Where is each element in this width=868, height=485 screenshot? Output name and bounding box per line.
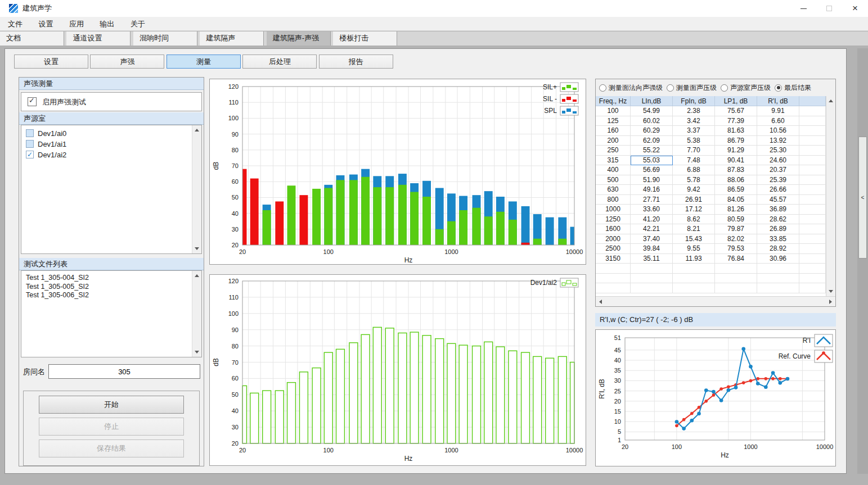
table-cell[interactable]: 8.62 bbox=[673, 215, 715, 225]
radio-intensity-level[interactable]: 测量面法向声强级 bbox=[599, 83, 663, 93]
table-cell[interactable] bbox=[596, 264, 631, 274]
table-cell[interactable] bbox=[799, 215, 826, 225]
col-header-ri[interactable]: R'I, dB bbox=[757, 96, 799, 106]
radio-surface-spl[interactable]: 测量面声压级 bbox=[667, 83, 717, 93]
table-vertical-scrollbar[interactable] bbox=[826, 96, 835, 296]
table-cell[interactable]: 800 bbox=[596, 195, 631, 205]
table-cell[interactable] bbox=[799, 106, 826, 116]
col-header-freq[interactable]: Freq., Hz bbox=[596, 96, 631, 106]
table-cell[interactable]: 500 bbox=[596, 175, 631, 185]
table-cell[interactable]: 37.40 bbox=[631, 234, 673, 244]
table-cell[interactable]: 2500 bbox=[596, 244, 631, 254]
table-cell[interactable]: 24.60 bbox=[757, 156, 799, 166]
menu-application[interactable]: 应用 bbox=[62, 17, 91, 31]
table-cell[interactable]: 80.59 bbox=[715, 215, 757, 225]
table-cell[interactable] bbox=[596, 283, 631, 293]
table-cell[interactable] bbox=[799, 234, 826, 244]
subtab-postprocess[interactable]: 后处理 bbox=[242, 55, 317, 69]
table-cell[interactable] bbox=[799, 264, 826, 274]
scroll-down-icon[interactable] bbox=[195, 247, 199, 250]
table-cell[interactable] bbox=[799, 224, 826, 234]
table-cell[interactable]: 26.89 bbox=[757, 224, 799, 234]
col-header-lin[interactable]: LIn,dB bbox=[631, 96, 673, 106]
channel-checkbox[interactable] bbox=[26, 151, 34, 158]
table-cell[interactable]: 25.30 bbox=[757, 146, 799, 156]
table-cell[interactable] bbox=[673, 283, 715, 293]
table-cell[interactable]: 51.90 bbox=[631, 175, 673, 185]
table-cell[interactable]: 9.91 bbox=[757, 106, 799, 116]
table-cell[interactable]: 9.55 bbox=[673, 244, 715, 254]
table-cell[interactable]: 90.41 bbox=[715, 156, 757, 166]
table-cell[interactable]: 7.70 bbox=[673, 146, 715, 156]
tab-channel-setup[interactable]: 通道设置 bbox=[66, 31, 131, 46]
table-cell[interactable] bbox=[673, 264, 715, 274]
table-cell[interactable]: 1250 bbox=[596, 215, 631, 225]
table-cell[interactable] bbox=[715, 264, 757, 274]
table-cell[interactable]: 25.39 bbox=[757, 175, 799, 185]
table-cell[interactable] bbox=[631, 264, 673, 274]
table-cell[interactable]: 1600 bbox=[596, 224, 631, 234]
col-header-lp1[interactable]: LP1, dB bbox=[715, 96, 757, 106]
table-cell[interactable]: 250 bbox=[596, 146, 631, 156]
table-cell[interactable]: 10.56 bbox=[757, 126, 799, 136]
table-cell[interactable]: 42.21 bbox=[631, 224, 673, 234]
table-cell[interactable]: 55.22 bbox=[631, 146, 673, 156]
table-cell[interactable]: 87.83 bbox=[715, 165, 757, 175]
table-cell[interactable]: 39.84 bbox=[631, 244, 673, 254]
table-cell[interactable]: 125 bbox=[596, 116, 631, 126]
table-cell[interactable]: 26.66 bbox=[757, 185, 799, 195]
close-button[interactable]: × bbox=[842, 0, 868, 17]
table-cell[interactable] bbox=[799, 156, 826, 166]
radio-final-result[interactable]: 最后结果 bbox=[775, 83, 811, 93]
scroll-up-icon[interactable] bbox=[195, 274, 199, 277]
table-cell[interactable]: 75.67 bbox=[715, 106, 757, 116]
file-item[interactable]: Test 1_305-005_SI2 bbox=[21, 283, 201, 292]
table-cell[interactable]: 8.21 bbox=[673, 224, 715, 234]
table-cell[interactable] bbox=[799, 175, 826, 185]
table-cell[interactable]: 3150 bbox=[596, 254, 631, 264]
subtab-measure[interactable]: 测量 bbox=[167, 55, 241, 69]
table-cell[interactable]: 86.79 bbox=[715, 136, 757, 146]
table-cell[interactable] bbox=[673, 274, 715, 284]
table-cell[interactable]: 60.02 bbox=[631, 116, 673, 126]
table-cell[interactable]: 84.05 bbox=[715, 195, 757, 205]
table-cell[interactable] bbox=[596, 274, 631, 284]
table-cell[interactable] bbox=[757, 264, 799, 274]
tab-reverberation-time[interactable]: 混响时间 bbox=[133, 31, 197, 46]
subtab-report[interactable]: 报告 bbox=[319, 55, 393, 69]
menu-file[interactable]: 文件 bbox=[1, 17, 29, 31]
table-cell[interactable] bbox=[799, 283, 826, 293]
table-cell[interactable]: 45.57 bbox=[757, 195, 799, 205]
table-cell[interactable]: 13.92 bbox=[757, 136, 799, 146]
table-cell[interactable]: 630 bbox=[596, 185, 631, 195]
table-cell[interactable]: 54.99 bbox=[631, 106, 673, 116]
table-cell[interactable]: 82.02 bbox=[715, 234, 757, 244]
table-cell[interactable]: 62.09 bbox=[631, 136, 673, 146]
table-cell[interactable] bbox=[799, 146, 826, 156]
channel-list-scrollbar[interactable] bbox=[192, 125, 201, 253]
col-header-fpin[interactable]: FpIn, dB bbox=[673, 96, 715, 106]
table-cell[interactable] bbox=[715, 274, 757, 284]
table-cell[interactable] bbox=[631, 283, 673, 293]
table-cell[interactable] bbox=[799, 274, 826, 284]
table-cell[interactable] bbox=[799, 185, 826, 195]
channel-item[interactable]: Dev1/ai1 bbox=[21, 139, 201, 149]
table-cell[interactable]: 91.29 bbox=[715, 146, 757, 156]
subtab-intensity[interactable]: 声强 bbox=[90, 55, 164, 69]
table-cell[interactable]: 49.16 bbox=[631, 185, 673, 195]
table-cell[interactable]: 6.88 bbox=[673, 165, 715, 175]
table-cell[interactable]: 315 bbox=[596, 156, 631, 166]
table-cell[interactable] bbox=[799, 136, 826, 146]
channel-item[interactable]: Dev1/ai0 bbox=[21, 128, 201, 139]
file-item[interactable]: Test 1_305-004_SI2 bbox=[21, 274, 201, 283]
table-cell[interactable] bbox=[715, 283, 757, 293]
table-cell[interactable]: 9.42 bbox=[673, 185, 715, 195]
table-cell[interactable]: 11.93 bbox=[673, 254, 715, 264]
table-cell[interactable]: 60.29 bbox=[631, 126, 673, 136]
table-cell[interactable]: 88.06 bbox=[715, 175, 757, 185]
table-cell[interactable]: 56.69 bbox=[631, 165, 673, 175]
table-cell[interactable] bbox=[757, 283, 799, 293]
scroll-right-icon[interactable] bbox=[829, 300, 832, 304]
tab-building-insulation-intensity[interactable]: 建筑隔声-声强 bbox=[267, 31, 331, 46]
table-cell[interactable]: 3.37 bbox=[673, 126, 715, 136]
